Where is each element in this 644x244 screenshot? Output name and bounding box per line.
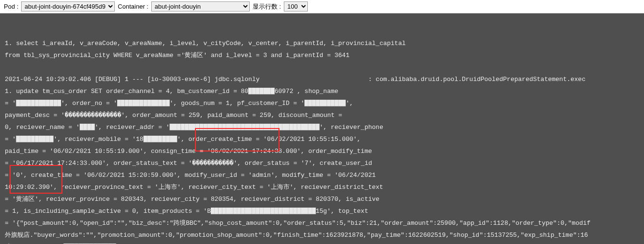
pod-label: Pod : xyxy=(4,3,18,10)
container-select[interactable]: abut-joint-douyin xyxy=(151,1,250,12)
log-text: 1. select i_areaId, v_areaCode, v_areaNa… xyxy=(5,37,639,244)
log-viewer[interactable]: 1. select i_areaId, v_areaCode, v_areaNa… xyxy=(0,13,644,244)
container-label: Container : xyxy=(118,3,148,10)
rows-label: 显示行数 : xyxy=(253,2,281,11)
pod-select[interactable]: abut-joint-douyin-674cf495d9- xyxy=(21,1,115,12)
toolbar: Pod : abut-joint-douyin-674cf495d9- Cont… xyxy=(0,0,644,13)
rows-select[interactable]: 100 xyxy=(284,1,308,12)
